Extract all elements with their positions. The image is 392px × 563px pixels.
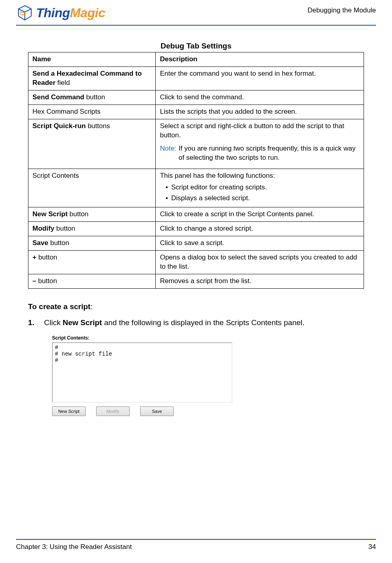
row-name-plain: field xyxy=(56,79,70,86)
row-desc: Removes a script from the list. xyxy=(156,274,364,288)
table-row: Hex Command Scripts Lists the scripts th… xyxy=(28,105,364,119)
row-desc: Click to change a stored script. xyxy=(156,222,364,236)
logo-accent-text: Magic xyxy=(70,6,105,20)
row-name-plain: button xyxy=(84,93,105,101)
header-rule xyxy=(16,25,376,26)
row-desc: Select a script and right-click a button… xyxy=(160,122,344,139)
table-title: Debug Tab Settings xyxy=(28,42,364,50)
row-name-plain: button xyxy=(54,225,75,232)
row-name-plain: buttons xyxy=(86,122,110,130)
section-heading-bold: To create a script xyxy=(28,302,90,311)
row-desc: Opens a dialog box to select the saved s… xyxy=(156,251,364,274)
row-name-plain: button xyxy=(36,253,57,261)
table-row: Script Contents This panel has the follo… xyxy=(28,169,364,207)
table-row: New Script button Click to create a scri… xyxy=(28,207,364,222)
col-desc-header: Description xyxy=(156,52,364,67)
row-name-plain: Script Contents xyxy=(32,172,79,179)
row-name-plain: button xyxy=(68,210,88,218)
row-name-plain: Hex Command Scripts xyxy=(32,108,101,115)
new-script-button[interactable]: New Script xyxy=(52,406,86,416)
step-text-bold: New Script xyxy=(62,318,102,327)
logo-brand-text: Thing xyxy=(36,6,70,20)
list-item: Script editor for creating scripts. xyxy=(165,183,360,192)
row-name-bold: New Script xyxy=(32,210,68,218)
settings-table: Name Description Send a Hexadecimal Comm… xyxy=(28,52,364,289)
table-row: Script Quick-run buttons Select a script… xyxy=(28,119,364,169)
step-text-post: and the following is displayed in the Sc… xyxy=(102,318,305,327)
row-desc: Enter the command you want to send in he… xyxy=(156,66,364,90)
row-name-bold: Send a Hexadecimal Command to Reader xyxy=(32,70,142,86)
cube-icon xyxy=(16,4,34,22)
table-row: Modify button Click to change a stored s… xyxy=(28,222,364,236)
section-heading-trail: : xyxy=(90,302,92,311)
note-label: Note: xyxy=(160,144,176,153)
list-item: Displays a selected script. xyxy=(165,194,360,203)
modify-button[interactable]: Modify xyxy=(96,406,130,416)
note-body: If you are running two scripts frequentl… xyxy=(179,144,360,163)
logo: ThingMagic xyxy=(16,4,105,22)
row-name-bold: Script Quick-run xyxy=(32,122,86,130)
row-desc: Click to save a script. xyxy=(156,236,364,251)
row-desc: This panel has the following functions: xyxy=(160,172,275,179)
row-desc: Lists the scripts that you added to the … xyxy=(156,105,364,119)
screenshot-panel: Script Contents: # # new script file # N… xyxy=(52,335,364,416)
step-text-pre: Click xyxy=(44,318,62,327)
table-row: Save button Click to save a script. xyxy=(28,236,364,251)
row-name-bold: Send Command xyxy=(32,93,84,101)
col-name-header: Name xyxy=(28,52,156,67)
step-text: Click New Script and the following is di… xyxy=(44,318,305,327)
running-header-title: Debugging the Module xyxy=(308,4,376,14)
footer-page-number: 34 xyxy=(368,543,376,551)
row-name-plain: button xyxy=(48,239,69,247)
table-row: – button Removes a script from the list. xyxy=(28,274,364,288)
screenshot-label: Script Contents: xyxy=(52,335,364,341)
footer-chapter: Chapter 3: Using the Reader Assistant xyxy=(16,543,132,551)
row-desc: Click to create a script in the Script C… xyxy=(156,207,364,222)
row-name-bold: Save xyxy=(32,239,48,247)
script-contents-textarea[interactable]: # # new script file # xyxy=(52,342,232,402)
row-name-bold: Modify xyxy=(32,225,54,232)
step-number: 1. xyxy=(28,318,38,327)
table-row: Send Command button Click to send the co… xyxy=(28,90,364,105)
save-button[interactable]: Save xyxy=(140,406,174,416)
row-desc: Click to send the command. xyxy=(156,90,364,105)
row-name-plain: button xyxy=(36,277,57,285)
table-row: Send a Hexadecimal Command to Reader fie… xyxy=(28,66,364,90)
row-name-bold: + xyxy=(32,253,36,261)
footer-rule xyxy=(16,539,376,540)
table-row: + button Opens a dialog box to select th… xyxy=(28,251,364,274)
